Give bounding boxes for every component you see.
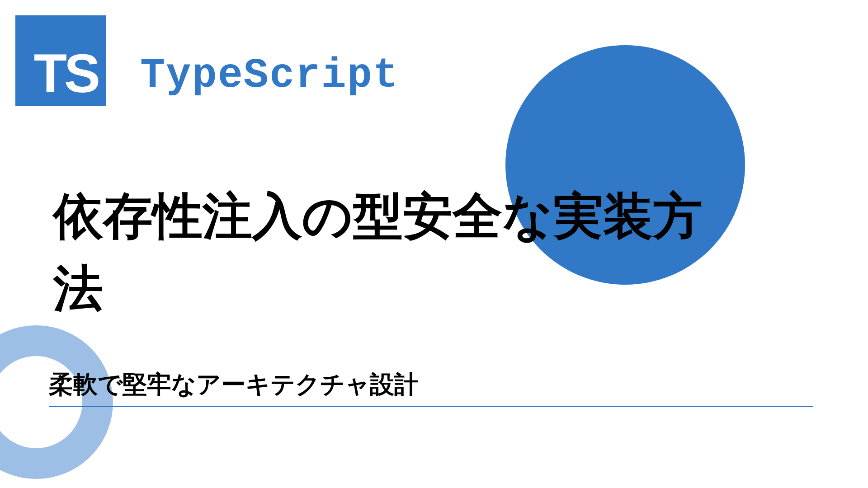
decorative-circle-ring: [0, 325, 113, 479]
slide-subtitle: 柔軟で堅牢なアーキテクチャ設計: [49, 368, 419, 401]
slide-title: 依存性注入の型安全な実装方法: [53, 180, 731, 324]
typescript-logo: TS: [15, 15, 106, 106]
logo-text: TS: [34, 46, 98, 100]
brand-label: TypeScript: [140, 52, 399, 99]
subtitle-underline: [49, 406, 813, 407]
